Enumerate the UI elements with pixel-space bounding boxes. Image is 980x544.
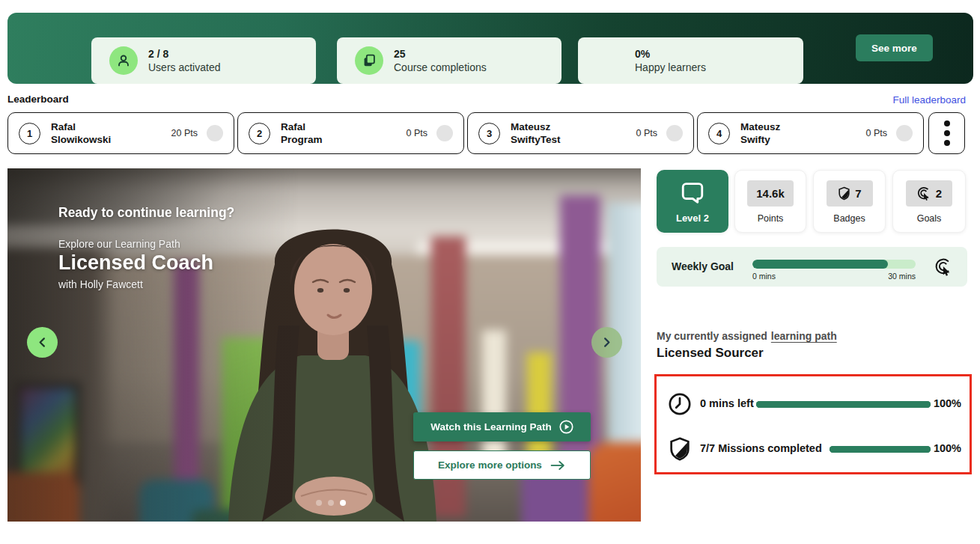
avatar [666,125,683,141]
time-progress-pct: 100% [934,397,961,409]
clock-icon [667,391,693,420]
carousel-prev-button[interactable] [27,327,58,358]
goal-target-icon [916,186,932,201]
weekly-goal-card: Weekly Goal 0 mins 30 mins [657,247,967,287]
points-text: 20 Pts [171,128,198,138]
course-completions-label: Course completions [394,61,487,74]
shield-icon [667,436,693,465]
learning-path-link[interactable]: learning path [771,330,837,342]
rank-badge: 4 [708,123,730,144]
points-text: 0 Pts [866,128,888,138]
hero-kicker: Ready to continue learning? [58,205,234,221]
path-progress-highlight-box: 0 mins left 100% 7/7 Missions completed … [654,374,972,474]
see-more-button[interactable]: See more [856,34,933,61]
stats-banner: 2 / 8 Users activated 25 Course completi… [7,13,973,84]
leaderboard-entry-2[interactable]: 2 RafalProgram 0 Pts [237,112,464,154]
leaderboard-title: Leaderboard [7,94,69,105]
leaderboard-overflow-menu[interactable] [928,112,965,154]
assigned-path-name: Licensed Sourcer [657,346,764,361]
leaderboard-entry-3[interactable]: 3 MateuszSwiftyTest 0 Pts [467,112,694,154]
chevron-right-icon [601,337,612,348]
points-label: Points [758,213,784,224]
avatar [436,125,453,141]
user-icon [109,46,138,75]
leaderboard-entry-1[interactable]: 1 RafalSlowikowski 20 Pts [7,112,234,154]
missions-completed-label: 7/7 Missions completed [700,442,822,454]
weekly-goal-progress-fill [752,260,888,269]
hero-presenter-name: with Holly Fawcett [58,278,143,290]
time-progress-row: 0 mins left 100% [657,382,970,427]
carousel-dot[interactable] [316,500,322,506]
weekly-goal-label: Weekly Goal [672,260,734,272]
dashboard-page: 2 / 8 Users activated 25 Course completi… [0,0,980,544]
full-leaderboard-link[interactable]: Full leaderboard [892,94,966,106]
pages-icon [355,46,383,75]
goals-tile[interactable]: 2 Goals [892,170,966,233]
course-completions-value: 25 [394,47,487,61]
rank-badge: 3 [478,123,500,144]
level-tile[interactable]: Level 2 [657,170,728,233]
assigned-path-caption: My currently assignedlearning path [657,330,837,342]
explore-more-options-button[interactable]: Explore more options [413,450,591,480]
avatar [896,125,913,141]
missions-progress-pct: 100% [934,442,961,454]
level-label: Level 2 [676,213,709,224]
carousel-dot-active[interactable] [340,500,346,506]
badges-tile[interactable]: 7 Badges [813,170,886,233]
rank-badge: 1 [19,123,40,144]
play-icon [559,420,573,434]
carousel-dot[interactable] [328,500,334,506]
users-activated-value: 2 / 8 [148,47,220,61]
leaderboard-name: RafalProgram [281,120,323,146]
arrow-right-icon [550,460,566,471]
weekly-goal-max: 30 mins [844,272,916,281]
points-value: 14.6k [747,180,794,207]
chevron-left-icon [37,337,48,348]
badge-shield-icon [837,186,851,201]
watch-learning-path-button[interactable]: Watch this Learning Path [413,412,591,441]
points-tile[interactable]: 14.6k Points [734,170,806,233]
chat-bubble-icon [680,179,705,206]
users-activated-label: Users activated [148,61,220,74]
stat-card-course-completions: 25 Course completions [337,37,561,84]
leaderboard-name: MateuszSwifty [740,120,780,146]
goals-label: Goals [917,213,942,224]
weekly-goal-min: 0 mins [752,272,776,281]
stat-card-users-activated: 2 / 8 Users activated [91,37,316,84]
points-text: 0 Pts [407,128,428,138]
leaderboard-name: RafalSlowikowski [51,120,111,146]
happy-learners-label: Happy learners [635,61,706,74]
rank-badge: 2 [249,123,270,144]
badges-label: Badges [833,213,865,224]
badges-value: 7 [855,187,861,200]
carousel-indicators [316,500,346,506]
learning-path-hero: Ready to continue learning? Explore our … [7,168,641,522]
goals-value: 2 [936,187,942,200]
points-text: 0 Pts [636,128,658,138]
missions-progressbar [830,446,931,453]
stat-card-happy-learners: 0% Happy learners [578,37,803,84]
missions-progress-row: 7/7 Missions completed 100% [657,427,970,471]
kebab-menu-icon [944,120,950,126]
hero-subtitle: Explore our Learning Path [58,238,180,250]
time-left-label: 0 mins left [700,397,754,409]
leaderboard-name: MateuszSwiftyTest [511,120,561,146]
hero-title: Licensed Coach [58,251,213,275]
happy-learners-value: 0% [635,47,706,61]
goal-target-icon [934,257,954,280]
leaderboard-entry-4[interactable]: 4 MateuszSwifty 0 Pts [697,112,924,154]
time-progressbar [756,401,931,408]
avatar [207,125,223,141]
carousel-next-button[interactable] [591,327,622,358]
weekly-goal-progressbar [752,260,916,269]
